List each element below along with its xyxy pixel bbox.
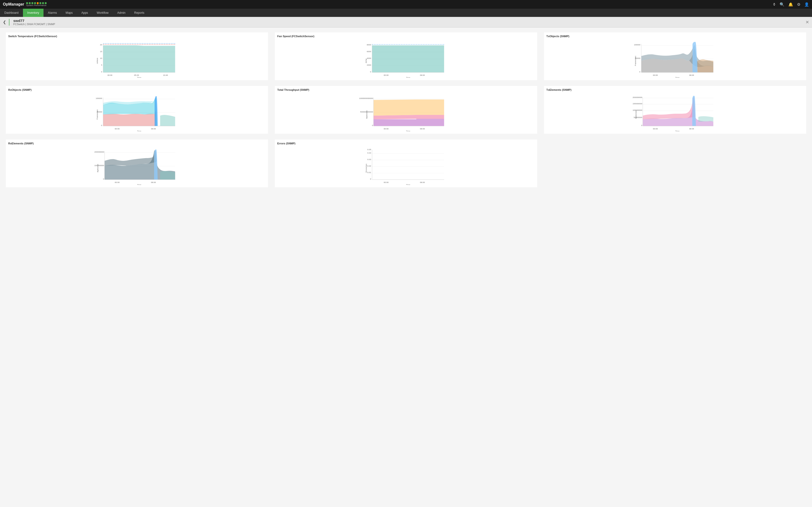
svg-text:00:06: 00:06 (108, 74, 113, 76)
chart-wrapper-3: 0 50000 100000 Frames/sec 00:06 (546, 39, 803, 78)
user-icon[interactable]: 👤 (804, 2, 809, 7)
settings-icon[interactable]: ⚙ (797, 2, 800, 7)
nav-bar: Dashboard Inventory Alarms Maps Apps Wor… (0, 9, 812, 17)
back-button[interactable]: ❮ (3, 20, 6, 24)
main-content: Switch Temperature (FCSwitchSensor) 0 5 … (0, 27, 812, 192)
breadcrumb-info: swd77 FCSwitch | SNIA FCMGMT | SNMP (13, 18, 55, 25)
chart-wrapper-7: 0 100000000 200000000 Bytes/sec 00:06 (8, 146, 265, 185)
svg-text:Bytes/sec: Bytes/sec (635, 110, 637, 119)
svg-text:1000000000000: 1000000000000 (359, 97, 373, 100)
svg-text:Time: Time (675, 130, 679, 131)
svg-text:150000000: 150000000 (632, 103, 642, 105)
chart-throughput: Total Throughput (SNMP) 0 500000000000 1… (275, 86, 537, 134)
chart-wrapper-8: 0 0.01 0.02 0.03 0.04 0.05 Errors/sec 00… (277, 146, 534, 185)
svg-text:100000: 100000 (634, 44, 641, 46)
svg-text:Time: Time (406, 76, 410, 78)
svg-text:08:06: 08:06 (420, 74, 425, 76)
svg-text:0.05: 0.05 (367, 149, 371, 151)
dot-6 (39, 2, 41, 4)
svg-text:0.04: 0.04 (367, 152, 371, 154)
svg-text:Errors/sec: Errors/sec (365, 164, 367, 172)
breadcrumb-title: swd77 (13, 18, 55, 23)
svg-text:4000: 4000 (367, 57, 371, 59)
svg-text:08:06: 08:06 (689, 128, 694, 130)
svg-text:08:06: 08:06 (151, 181, 156, 183)
svg-text:0: 0 (639, 71, 641, 73)
chart-title-5: Total Throughput (SNMP) (277, 89, 534, 91)
chart-errors: Errors (SNMP) 0 0.01 0.02 0.03 0.04 0.05… (275, 139, 537, 187)
svg-text:0.03: 0.03 (367, 158, 371, 161)
svg-text:0.02: 0.02 (367, 165, 371, 167)
svg-text:Time: Time (137, 184, 141, 185)
svg-text:00:06: 00:06 (115, 181, 120, 183)
breadcrumb-divider (9, 19, 9, 25)
chart-wrapper-5: 0 500000000000 1000000000000 Bytes/sec 0… (277, 93, 534, 131)
svg-text:08:06: 08:06 (689, 74, 694, 76)
svg-text:0: 0 (641, 124, 642, 126)
dots-row (26, 2, 47, 4)
chart-title-4: RxObjects (SNMP) (8, 89, 265, 91)
svg-text:8000: 8000 (367, 44, 371, 46)
empty-slot (544, 139, 806, 187)
dot-2 (29, 2, 31, 4)
dot-1 (26, 2, 28, 4)
svg-text:200000000: 200000000 (632, 96, 642, 99)
chart-rxobjects: RxObjects (SNMP) 0 50000 100000 Frames/s… (6, 86, 268, 134)
svg-text:5: 5 (101, 64, 102, 66)
charts-row-3: RxElements (SNMP) 0 100000000 200000000 … (6, 139, 806, 187)
svg-text:20: 20 (100, 44, 102, 46)
chart-txelements: TxElements (SNMP) 0 50000000 100000000 1… (544, 86, 806, 134)
svg-text:0: 0 (370, 178, 371, 180)
top-icons: ⚱ 🔍 🔔 ⚙ 👤 (773, 2, 809, 7)
chart-title-6: TxElements (SNMP) (546, 89, 803, 91)
logo-text: OpManager (3, 2, 24, 6)
svg-text:0: 0 (101, 71, 102, 73)
nav-dashboard[interactable]: Dashboard (0, 9, 23, 17)
nav-alarms[interactable]: Alarms (44, 9, 61, 17)
svg-text:00:06: 00:06 (653, 128, 658, 130)
nav-reports[interactable]: Reports (130, 9, 149, 17)
svg-text:2000: 2000 (367, 64, 371, 66)
logo-area: OpManager System Performance (3, 2, 47, 6)
svg-text:Time: Time (675, 76, 679, 78)
svg-text:0: 0 (101, 124, 102, 126)
svg-text:0: 0 (370, 71, 371, 73)
svg-text:0: 0 (372, 124, 373, 126)
charts-row-1: Switch Temperature (FCSwitchSensor) 0 5 … (6, 32, 806, 80)
svg-text:08:06: 08:06 (420, 181, 425, 183)
svg-text:Time: Time (406, 130, 410, 131)
nav-maps[interactable]: Maps (61, 9, 77, 17)
nav-admin[interactable]: Admin (113, 9, 130, 17)
chart-title-2: Fan Speed (FCSwitchSensor) (277, 35, 534, 38)
svg-text:200000000: 200000000 (95, 151, 104, 153)
nav-workflow[interactable]: Workflow (92, 9, 113, 17)
svg-text:00:06: 00:06 (384, 181, 389, 183)
chart-title-1: Switch Temperature (FCSwitchSensor) (8, 35, 265, 38)
svg-text:10:46: 10:46 (163, 74, 168, 76)
dot-5 (37, 2, 39, 4)
chart-wrapper-4: 0 50000 100000 Frames/sec (8, 93, 265, 131)
svg-text:00:06: 00:06 (115, 128, 120, 130)
svg-text:Frames/sec: Frames/sec (634, 56, 636, 66)
chart-title-7: RxElements (SNMP) (8, 142, 265, 145)
system-perf: System Performance (26, 2, 47, 6)
svg-text:00:06: 00:06 (384, 74, 389, 76)
svg-text:Time: Time (137, 76, 141, 78)
chart-switch-temp: Switch Temperature (FCSwitchSensor) 0 5 … (6, 32, 268, 80)
bell-icon[interactable]: 🔔 (788, 2, 793, 7)
nav-apps[interactable]: Apps (77, 9, 92, 17)
chart-wrapper-6: 0 50000000 100000000 150000000 200000000… (546, 93, 803, 131)
svg-text:00:06: 00:06 (384, 128, 389, 130)
headset-icon[interactable]: ⚱ (773, 2, 776, 7)
breadcrumb-bar: ❮ swd77 FCSwitch | SNIA FCMGMT | SNMP ✕ (0, 17, 812, 27)
dot-3 (32, 2, 33, 4)
svg-text:10: 10 (100, 57, 102, 59)
nav-inventory[interactable]: Inventory (23, 9, 44, 17)
svg-text:Bytes/sec: Bytes/sec (97, 164, 99, 172)
dot-7 (42, 2, 44, 4)
svg-text:0.01: 0.01 (367, 171, 371, 174)
svg-text:Frames/sec: Frames/sec (96, 109, 98, 119)
search-icon[interactable]: 🔍 (779, 2, 784, 7)
close-button[interactable]: ✕ (806, 19, 809, 25)
chart-title-8: Errors (SNMP) (277, 142, 534, 145)
